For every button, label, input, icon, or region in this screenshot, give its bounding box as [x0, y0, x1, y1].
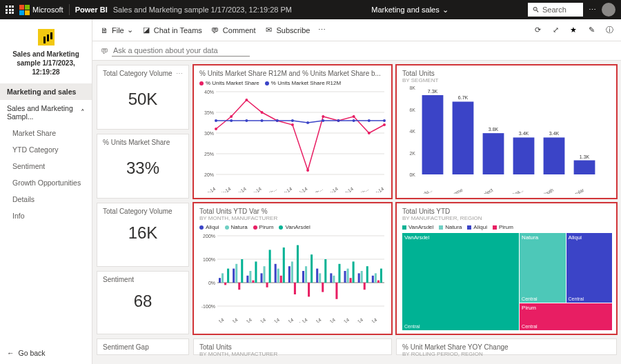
tile-market-share-line[interactable]: % Units Market Share R12M and % Units Ma… — [193, 65, 392, 199]
info-icon[interactable]: ⓘ — [604, 26, 614, 35]
dashboard-canvas: Total Category Volume ⋯ 50K % Units Mark… — [92, 61, 621, 364]
chevron-up-icon: ˄ — [81, 108, 85, 117]
svg-point-31 — [353, 119, 355, 122]
svg-text:Extreme: Extreme — [445, 188, 463, 194]
svg-text:6.7K: 6.7K — [458, 95, 469, 100]
fullscreen-icon[interactable]: ⤢ — [551, 26, 560, 35]
svg-rect-84 — [235, 264, 237, 283]
svg-text:Youth: Youth — [542, 188, 555, 194]
svg-text:30%: 30% — [204, 131, 214, 136]
svg-point-22 — [215, 119, 217, 122]
svg-text:Feb-14: Feb-14 — [217, 186, 232, 192]
svg-rect-80 — [224, 283, 226, 285]
nav-item-info[interactable]: Info — [0, 208, 92, 224]
more-button[interactable]: ⋯ — [318, 26, 326, 34]
tile-total-category-volume-2[interactable]: Total Category Volume 16K — [97, 203, 189, 267]
svg-rect-89 — [249, 271, 251, 283]
chat-teams-button[interactable]: ◪Chat in Teams — [141, 26, 202, 35]
legend: % Units Market Share % Units Market Shar… — [199, 80, 386, 86]
svg-rect-125 — [350, 278, 352, 283]
svg-rect-79 — [221, 273, 224, 283]
svg-text:Select: Select — [480, 188, 493, 194]
svg-text:3.4K: 3.4K — [549, 131, 560, 136]
svg-point-19 — [353, 115, 355, 118]
workspace-icon — [38, 29, 55, 46]
svg-point-16 — [306, 169, 309, 172]
svg-rect-66 — [574, 161, 595, 174]
svg-rect-104 — [291, 261, 293, 283]
star-icon[interactable]: ★ — [569, 26, 578, 35]
tile-treemap[interactable]: Total Units YTD BY MANUFACTURER, REGION … — [396, 203, 617, 334]
nav-item-sentiment[interactable]: Sentiment — [0, 158, 92, 174]
tile-var-chart[interactable]: Total Units YTD Var % BY MONTH, MANUFACT… — [193, 203, 392, 334]
svg-rect-134 — [375, 273, 377, 283]
svg-text:Jul-14: Jul-14 — [295, 186, 308, 192]
svg-rect-81 — [227, 269, 229, 283]
tile-total-units-bar[interactable]: Total Units BY SEGMENT 0K2K4K6K8K7.3KPro… — [396, 65, 617, 199]
svg-text:3.4K: 3.4K — [519, 131, 529, 136]
svg-rect-118 — [330, 273, 332, 283]
comment-button[interactable]: 💬︎Comment — [210, 26, 256, 35]
kpi-value: 16K — [103, 215, 183, 250]
avatar[interactable] — [602, 3, 615, 17]
svg-rect-108 — [302, 271, 304, 283]
tile-yoy-change[interactable]: % Unit Market Share YOY Change BY ROLLIN… — [396, 338, 617, 355]
refresh-icon[interactable]: ⟳ — [533, 26, 542, 35]
svg-point-15 — [291, 123, 294, 126]
svg-rect-131 — [366, 266, 368, 283]
subscribe-button[interactable]: ✉︎Subscribe — [264, 26, 310, 35]
app-launcher-icon[interactable] — [6, 6, 14, 14]
tile-total-units-2[interactable]: Total Units BY MONTH, MANUFACTURER — [193, 338, 392, 355]
nav-group[interactable]: Sales and Marketing Sampl... ˄ — [0, 100, 92, 125]
svg-rect-105 — [294, 283, 296, 294]
nav-item-active[interactable]: Marketing and sales — [0, 83, 92, 100]
svg-point-28 — [306, 121, 309, 124]
mail-icon: ✉︎ — [264, 26, 274, 35]
tile-units-market-share[interactable]: % Units Market Share 33% — [97, 134, 189, 199]
file-menu[interactable]: 🗎File⌄ — [99, 26, 133, 35]
kpi-value: 33% — [103, 146, 183, 188]
go-back-button[interactable]: ← Go back — [0, 342, 92, 364]
teams-icon: ◪ — [141, 26, 151, 35]
left-nav: Sales and Marketing sample 1/17/2023, 12… — [0, 19, 92, 364]
svg-text:Mar-14: Mar-14 — [237, 317, 253, 323]
tile-more-icon[interactable]: ⋯ — [176, 70, 183, 77]
nav-item-ytd-category[interactable]: YTD Category — [0, 141, 92, 158]
chevron-down-icon: ⌄ — [127, 26, 133, 34]
more-button[interactable]: ⋯ — [589, 6, 596, 14]
svg-rect-123 — [344, 271, 346, 283]
svg-point-30 — [337, 119, 339, 122]
nav-item-details[interactable]: Details — [0, 191, 92, 208]
svg-rect-124 — [347, 269, 349, 283]
tile-sentiment[interactable]: Sentiment 68 — [97, 271, 189, 335]
svg-rect-95 — [266, 283, 268, 287]
svg-text:2K: 2K — [409, 151, 415, 156]
nav-item-growth[interactable]: Growth Opportunities — [0, 174, 92, 191]
svg-text:40%: 40% — [204, 90, 214, 94]
svg-point-20 — [368, 132, 371, 134]
svg-rect-94 — [264, 266, 266, 283]
svg-rect-113 — [316, 269, 318, 283]
svg-text:3.8K: 3.8K — [489, 127, 499, 132]
qna-input[interactable] — [112, 45, 250, 57]
nav-item-market-share[interactable]: Market Share — [0, 125, 92, 141]
svg-rect-90 — [252, 281, 254, 283]
svg-rect-111 — [310, 254, 313, 283]
svg-point-25 — [261, 119, 264, 122]
svg-text:Regular: Regular — [568, 187, 586, 194]
svg-rect-114 — [319, 273, 321, 283]
svg-rect-100 — [280, 276, 282, 283]
tile-sentiment-gap[interactable]: Sentiment Gap — [97, 338, 189, 355]
app-name: Power BI — [75, 6, 108, 14]
svg-text:Mar-14: Mar-14 — [232, 186, 247, 192]
svg-text:May-...: May-... — [263, 186, 278, 192]
global-header: Microsoft Power BI Sales and Marketing s… — [0, 0, 621, 19]
svg-point-29 — [322, 119, 324, 122]
svg-point-13 — [261, 111, 264, 114]
search-input[interactable]: 🔍︎ Search — [528, 3, 583, 17]
svg-rect-57 — [483, 133, 504, 174]
page-dropdown[interactable]: Marketing and sales ⌄ — [371, 6, 448, 14]
edit-icon[interactable]: ✎ — [586, 26, 596, 35]
comment-icon: 💬︎ — [210, 26, 220, 35]
tile-total-category-volume[interactable]: Total Category Volume ⋯ 50K — [97, 65, 189, 130]
